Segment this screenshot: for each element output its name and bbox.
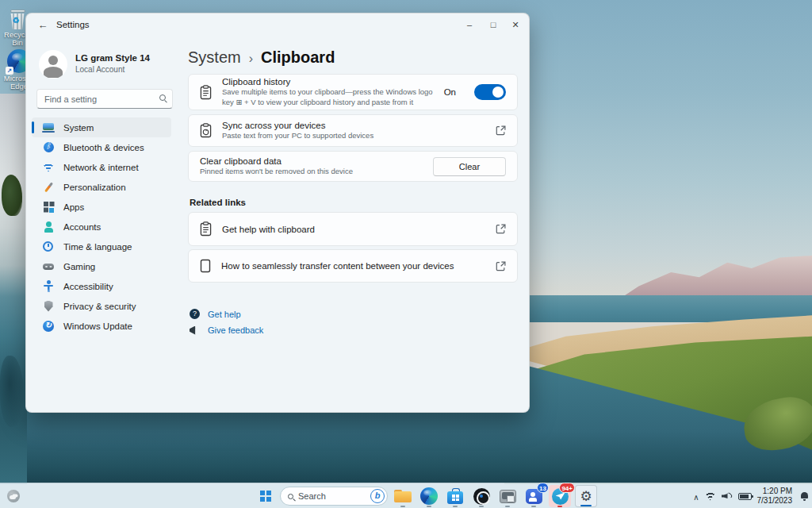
taskbar: Search b 13 94+ bbox=[0, 483, 812, 508]
sync-across-devices-card[interactable]: Sync across your devices Paste text from… bbox=[188, 114, 518, 147]
sidebar-item-label: Gaming bbox=[63, 262, 95, 271]
account-type: Local Account bbox=[75, 65, 124, 74]
window-title: Settings bbox=[56, 20, 90, 29]
weather-cloud-icon bbox=[7, 490, 20, 502]
titlebar[interactable]: ← Settings – □ ✕ bbox=[26, 13, 529, 37]
link-label: Get help bbox=[208, 310, 241, 319]
back-button[interactable]: ← bbox=[36, 18, 50, 33]
taskbar-center: Search b 13 94+ bbox=[255, 483, 597, 508]
taskbar-app-edge[interactable] bbox=[418, 485, 440, 507]
volume-icon[interactable] bbox=[722, 492, 733, 501]
related-link-label: How to seamlessly transfer content betwe… bbox=[221, 261, 485, 271]
file-explorer-icon bbox=[394, 490, 412, 503]
clipboard-icon bbox=[200, 221, 212, 237]
tray-time: 1:20 PM bbox=[757, 487, 793, 497]
account-avatar[interactable] bbox=[39, 50, 67, 79]
clipboard-history-toggle[interactable] bbox=[474, 84, 506, 100]
teams-badge: 13 bbox=[537, 483, 549, 493]
bing-icon: b bbox=[370, 489, 385, 503]
privacy-icon bbox=[42, 300, 55, 313]
clipboard-sync-icon bbox=[200, 123, 212, 138]
sidebar-item-apps[interactable]: Apps bbox=[32, 197, 171, 217]
edge-icon bbox=[420, 487, 438, 505]
clipboard-history-card: Clipboard history Save multiple items to… bbox=[188, 74, 518, 110]
shortcut-arrow-icon: ↗ bbox=[6, 67, 13, 75]
setting-title: Clipboard history bbox=[222, 77, 434, 87]
running-indicator bbox=[453, 506, 458, 508]
microsoft-store-icon bbox=[447, 488, 463, 504]
start-button[interactable] bbox=[255, 486, 276, 506]
find-a-setting-input[interactable] bbox=[36, 89, 173, 109]
related-link-get-help-clipboard[interactable]: Get help with clipboard bbox=[188, 212, 518, 246]
page-title: Clipboard bbox=[261, 48, 335, 66]
windows-update-icon bbox=[42, 320, 55, 333]
wallpaper-left-cliffs bbox=[0, 94, 27, 484]
system-icon bbox=[42, 121, 55, 134]
close-button[interactable]: ✕ bbox=[504, 13, 527, 36]
clear-button[interactable]: Clear bbox=[433, 157, 506, 176]
sidebar-item-privacy-security[interactable]: Privacy & security bbox=[32, 296, 171, 316]
minimize-button[interactable]: – bbox=[458, 13, 481, 36]
chevron-right-icon: › bbox=[249, 52, 253, 65]
link-label: Give feedback bbox=[208, 325, 263, 335]
setting-title: Sync across your devices bbox=[222, 121, 485, 130]
related-link-transfer-content[interactable]: How to seamlessly transfer content betwe… bbox=[188, 249, 518, 283]
search-icon bbox=[159, 94, 166, 101]
tray-chevron-up-icon[interactable]: ∧ bbox=[693, 493, 699, 502]
taskbar-app-settings[interactable]: ⚙ bbox=[575, 485, 597, 507]
maximize-button[interactable]: □ bbox=[481, 13, 505, 36]
sidebar-item-time-language[interactable]: Time & language bbox=[32, 237, 171, 256]
give-feedback-link[interactable]: Give feedback bbox=[190, 325, 263, 335]
taskbar-app-telegram[interactable]: 94+ bbox=[549, 485, 571, 507]
external-link-icon bbox=[496, 224, 506, 234]
settings-window: ← Settings – □ ✕ LG gram Style 14 Local … bbox=[25, 13, 530, 413]
taskbar-app-microsoft-store[interactable] bbox=[444, 485, 466, 507]
active-indicator bbox=[580, 505, 592, 507]
sidebar-item-system[interactable]: System bbox=[32, 117, 171, 137]
network-icon bbox=[42, 161, 55, 174]
display-app-icon bbox=[500, 490, 516, 503]
clipboard-icon bbox=[200, 85, 212, 100]
widgets-button[interactable] bbox=[5, 488, 22, 504]
taskbar-search-placeholder: Search bbox=[298, 491, 366, 501]
dark-circle-app-icon bbox=[473, 488, 490, 505]
time-language-icon bbox=[42, 241, 55, 253]
running-indicator bbox=[531, 506, 536, 508]
taskbar-search-box[interactable]: Search b bbox=[280, 487, 388, 506]
feedback-icon bbox=[190, 326, 200, 335]
sidebar-item-windows-update[interactable]: Windows Update bbox=[32, 316, 171, 336]
taskbar-app-dark-circle[interactable] bbox=[470, 485, 492, 507]
sidebar-item-bluetooth-devices[interactable]: Bluetooth & devices bbox=[32, 137, 171, 157]
taskbar-app-display[interactable] bbox=[496, 485, 519, 507]
setting-description: Save multiple items to your clipboard—pr… bbox=[222, 87, 434, 107]
document-icon bbox=[200, 259, 211, 273]
related-link-label: Get help with clipboard bbox=[222, 225, 485, 234]
clear-clipboard-card: Clear clipboard data Pinned items won't … bbox=[188, 151, 518, 182]
sidebar-item-gaming[interactable]: Gaming bbox=[32, 256, 171, 276]
apps-icon bbox=[42, 201, 55, 214]
accounts-icon bbox=[42, 221, 55, 233]
tray-date: 7/31/2023 bbox=[757, 496, 793, 506]
taskbar-app-file-explorer[interactable] bbox=[392, 485, 414, 507]
sidebar-item-label: Bluetooth & devices bbox=[63, 143, 144, 152]
sidebar-item-label: Network & internet bbox=[63, 163, 139, 172]
running-indicator bbox=[427, 506, 431, 508]
bluetooth-icon bbox=[42, 141, 55, 154]
breadcrumb: System›Clipboard bbox=[188, 48, 335, 67]
running-indicator bbox=[505, 506, 510, 508]
sidebar-item-network-internet[interactable]: Network & internet bbox=[32, 157, 171, 177]
toggle-state-label: On bbox=[444, 87, 456, 97]
sidebar-item-accounts[interactable]: Accounts bbox=[32, 217, 171, 237]
wifi-icon[interactable] bbox=[705, 492, 716, 501]
taskbar-app-teams-chat[interactable]: 13 bbox=[523, 485, 545, 507]
battery-icon[interactable] bbox=[738, 493, 752, 500]
breadcrumb-parent[interactable]: System bbox=[188, 48, 241, 66]
clock[interactable]: 1:20 PM 7/31/2023 bbox=[757, 487, 793, 506]
setting-description: Paste text from your PC to supported dev… bbox=[222, 131, 485, 141]
sidebar-item-label: Accounts bbox=[63, 222, 101, 232]
sidebar-item-personalization[interactable]: Personalization bbox=[32, 177, 171, 197]
sidebar-item-accessibility[interactable]: Accessibility bbox=[32, 276, 171, 296]
get-help-link[interactable]: ? Get help bbox=[190, 309, 241, 319]
notification-bell-icon[interactable] bbox=[799, 491, 809, 501]
telegram-badge: 94+ bbox=[559, 483, 575, 493]
